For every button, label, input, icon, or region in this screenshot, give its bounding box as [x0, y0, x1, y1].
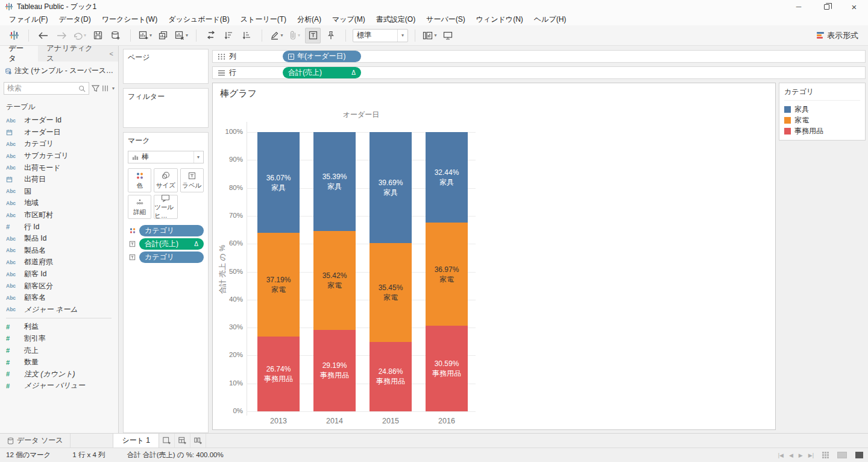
stacked-bar[interactable]: 36.07%家具37.19%家電26.74%事務用品	[257, 132, 300, 411]
clear-sheet-icon[interactable]: ▾	[174, 28, 189, 43]
bar-segment[interactable]: 36.97%家電	[426, 223, 468, 326]
field-item[interactable]: Abc顧客名	[0, 292, 118, 304]
new-dashboard-tab-button[interactable]	[175, 434, 190, 448]
menu-item[interactable]: データ(D)	[53, 13, 96, 26]
new-worksheet-tab-button[interactable]	[159, 434, 175, 448]
stacked-bar[interactable]: 32.44%家具36.97%家電30.59%事務用品	[426, 132, 468, 411]
field-item[interactable]: #数量	[0, 356, 118, 369]
nav-last-icon[interactable]: ▶|	[808, 452, 814, 458]
field-item[interactable]: Abc顧客 Id	[0, 268, 118, 280]
save-icon[interactable]	[90, 28, 105, 43]
bar-segment[interactable]: 32.44%家具	[426, 132, 468, 223]
redo-button[interactable]: ▾	[72, 28, 87, 43]
marks-button-size[interactable]: サイズ	[154, 168, 177, 192]
menu-item[interactable]: サーバー(S)	[421, 13, 471, 26]
field-item[interactable]: #行 Id	[0, 221, 118, 233]
duplicate-sheet-icon[interactable]	[156, 28, 171, 43]
field-item[interactable]: #注文 (カウント)	[0, 368, 118, 380]
column-pill[interactable]: +年(オーダー日)	[283, 51, 361, 62]
legend-item[interactable]: 家電	[784, 115, 860, 125]
menu-item[interactable]: ウィンドウ(N)	[471, 13, 529, 26]
datasource-item[interactable]: 注文 (サンプル - スーパース…	[0, 62, 118, 80]
filter-funnel-icon[interactable]	[92, 84, 99, 92]
field-item[interactable]: Abc製品 Id	[0, 233, 118, 245]
new-datasource-icon[interactable]	[108, 28, 124, 43]
sort-descending-icon[interactable]	[239, 28, 255, 43]
bar-segment[interactable]: 35.45%家電	[370, 243, 412, 342]
show-me-button[interactable]: 表示形式	[813, 28, 862, 43]
field-item[interactable]: 出荷日	[0, 174, 118, 186]
search-input[interactable]: 検索	[4, 82, 89, 95]
nav-prev-icon[interactable]: ◀	[789, 452, 793, 458]
menu-item[interactable]: 分析(A)	[292, 13, 327, 26]
field-item[interactable]: Abcカテゴリ	[0, 138, 118, 150]
columns-shelf[interactable]: 列 +年(オーダー日)	[212, 50, 866, 63]
field-item[interactable]: Abcメジャー ネーム	[0, 304, 118, 316]
field-item[interactable]: Abc市区町村	[0, 209, 118, 221]
field-item[interactable]: #売上	[0, 344, 118, 356]
legend-item[interactable]: 家具	[784, 104, 860, 115]
marks-pill[interactable]: カテゴリ	[139, 252, 204, 263]
new-worksheet-icon[interactable]: ▾	[137, 28, 153, 43]
rows-shelf[interactable]: 行 合計(売上)Δ	[212, 66, 866, 79]
minimize-button[interactable]: ─	[785, 0, 813, 13]
menu-item[interactable]: ダッシュボード(B)	[163, 13, 235, 26]
field-item[interactable]: #メジャー バリュー	[0, 380, 118, 392]
bar-segment[interactable]: 29.19%事務用品	[313, 330, 356, 411]
bar-segment[interactable]: 39.69%家具	[370, 132, 412, 243]
view-options-icon[interactable]	[102, 84, 110, 92]
bar-segment[interactable]: 36.07%家具	[257, 132, 300, 233]
nav-next-icon[interactable]: ▶	[799, 452, 803, 458]
show-hide-cards-icon[interactable]: ▾	[422, 28, 438, 43]
field-item[interactable]: オーダー日	[0, 127, 118, 139]
marks-pill[interactable]: カテゴリ	[139, 225, 204, 236]
field-item[interactable]: Abcサブカテゴリ	[0, 150, 118, 162]
fullscreen-icon[interactable]	[855, 452, 863, 458]
forward-button[interactable]	[54, 28, 69, 43]
bar-segment[interactable]: 35.42%家電	[313, 231, 356, 330]
tableau-logo-toolbar-icon[interactable]	[6, 28, 22, 43]
marks-button-detail[interactable]: 詳細	[128, 195, 151, 219]
show-mark-labels-icon[interactable]	[305, 28, 321, 43]
bar-segment[interactable]: 24.86%事務用品	[370, 342, 412, 411]
swap-axes-icon[interactable]	[203, 28, 219, 43]
bar-segment[interactable]: 37.19%家電	[257, 233, 300, 337]
expand-hierarchy-icon[interactable]: +	[288, 54, 294, 60]
worksheet-view[interactable]: 棒グラフ オーダー日 合計 売上 の % 0%10%20%30%40%50%60…	[212, 83, 776, 430]
sheet-sorter-icon[interactable]	[822, 452, 829, 458]
field-item[interactable]: #割引率	[0, 333, 118, 345]
filters-shelf[interactable]: フィルター	[123, 88, 209, 128]
menu-item[interactable]: ワークシート(W)	[96, 13, 163, 26]
row-pill[interactable]: 合計(売上)Δ	[283, 67, 361, 78]
field-item[interactable]: Abc出荷モード	[0, 162, 118, 174]
mark-type-dropdown[interactable]: 棒 ▾	[128, 151, 204, 163]
close-button[interactable]: ×	[840, 0, 868, 13]
bar-segment[interactable]: 30.59%事務用品	[426, 326, 468, 411]
highlight-icon[interactable]: ▾	[269, 28, 285, 43]
sheet-navigation[interactable]: |◀ ◀ ▶ ▶|	[778, 452, 814, 458]
fit-selector[interactable]: 標準 ▾	[353, 29, 408, 42]
fix-axes-icon[interactable]	[323, 28, 339, 43]
collapse-pane-icon[interactable]: <	[105, 50, 118, 57]
tab-analytics[interactable]: アナリティクス	[38, 46, 104, 62]
datasource-tab[interactable]: データ ソース	[0, 434, 71, 448]
legend-item[interactable]: 事務用品	[784, 125, 860, 136]
bar-segment[interactable]: 35.39%家具	[313, 132, 356, 231]
nav-first-icon[interactable]: |◀	[778, 452, 784, 458]
tab-data[interactable]: データ	[0, 46, 38, 62]
menu-item[interactable]: ストーリー(T)	[235, 13, 292, 26]
field-item[interactable]: Abc顧客区分	[0, 280, 118, 292]
field-item[interactable]: #利益	[0, 321, 118, 333]
field-item[interactable]: Abcオーダー Id	[0, 115, 118, 127]
field-item[interactable]: Abc製品名	[0, 245, 118, 257]
filmstrip-icon[interactable]	[837, 452, 847, 458]
stacked-bar[interactable]: 35.39%家具35.42%家電29.19%事務用品	[313, 132, 356, 411]
paperclip-icon[interactable]: ▾	[287, 28, 303, 43]
menu-item[interactable]: マップ(M)	[327, 13, 371, 26]
presentation-mode-icon[interactable]	[440, 28, 456, 43]
restore-button[interactable]	[813, 0, 840, 13]
menu-item[interactable]: ファイル(F)	[4, 13, 53, 26]
bar-segment[interactable]: 26.74%事務用品	[257, 337, 300, 411]
stacked-bar[interactable]: 39.69%家具35.45%家電24.86%事務用品	[370, 132, 412, 411]
marks-button-label[interactable]: ラベル	[180, 168, 204, 192]
